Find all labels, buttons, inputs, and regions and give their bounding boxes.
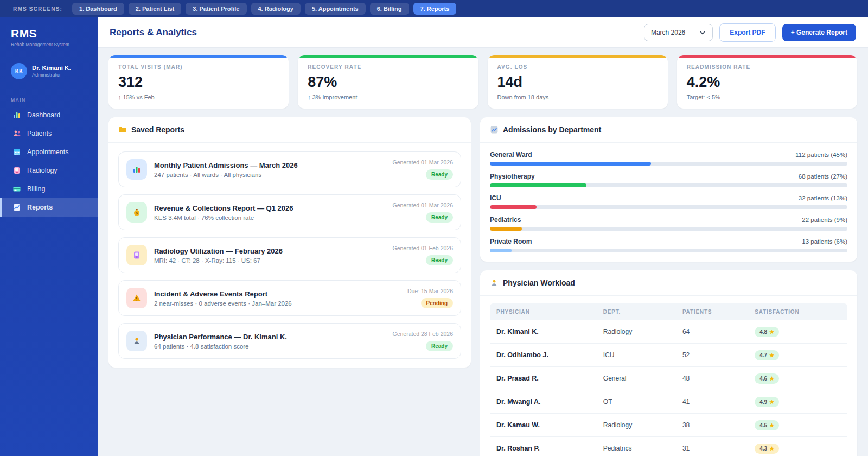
report-title: Monthly Patient Admissions — March 2026 [154,161,386,169]
dept-bar-track [490,227,847,231]
workload-header: Physician Workload [480,270,857,296]
physician-patients: 64 [682,328,755,335]
screen-tab-billing[interactable]: 6. Billing [370,3,409,15]
stat-subtext: ↑ 15% vs Feb [118,94,279,100]
page-header: Reports & Analytics March 2026 Export PD… [98,17,868,48]
dept-value: 13 patients (6%) [802,238,847,245]
satisfaction-badge: 4.9★ [755,397,779,407]
sidebar-item-radiology[interactable]: Radiology [0,161,98,180]
sidebar-item-label: Appointments [27,148,68,156]
avatar: KK [11,63,27,79]
trend-chart-icon [490,125,499,134]
admissions-panel: Admissions by Department General Ward 11… [480,117,857,262]
table-row[interactable]: Dr. Odhiambo J. ICU 52 4.7★ [490,344,847,367]
report-item-revenue[interactable]: $ Revenue & Collections Report — Q1 2026… [118,194,461,230]
stat-accent-bar [108,55,289,58]
page-title: Reports & Analytics [110,27,197,38]
star-icon: ★ [769,400,774,405]
physician-dept: Radiology [603,421,682,429]
brand-logo: RMS [11,27,87,40]
table-row[interactable]: Dr. Kamau W. Radiology 38 4.5★ [490,414,847,437]
physician-dept: Radiology [603,328,682,335]
report-subtitle: 2 near-misses · 0 adverse events · Jan–M… [154,300,400,307]
report-title: Revenue & Collections Report — Q1 2026 [154,204,386,212]
dept-bar-track [490,249,847,252]
reports-icon [12,203,21,212]
sidebar-item-label: Radiology [27,167,58,174]
export-pdf-button[interactable]: Export PDF [719,23,775,42]
physician-patients: 52 [682,351,755,359]
satisfaction-badge: 4.6★ [755,373,779,384]
satisfaction-badge: 4.5★ [755,420,779,430]
report-title: Radiology Utilization — February 2026 [154,247,385,255]
star-icon: ★ [769,330,774,335]
table-row[interactable]: Dr. Roshan P. Pediatrics 31 4.3★ [490,437,847,456]
screens-nav: RMS SCREENS: 1. Dashboard 2. Patient Lis… [0,0,868,17]
table-row[interactable]: Dr. Kimani K. Radiology 64 4.8★ [490,320,847,344]
period-select[interactable]: March 2026 [644,24,713,41]
status-badge: Ready [426,169,453,180]
user-name: Dr. Kimani K. [32,65,71,71]
report-item-admissions[interactable]: Monthly Patient Admissions — March 2026 … [118,151,461,187]
credit-card-icon [12,185,21,193]
report-item-physician-performance[interactable]: Physician Performance — Dr. Kimani K. 64… [118,323,461,359]
stat-subtext: ↑ 3% improvement [308,94,468,100]
stat-label: RECOVERY RATE [308,64,468,70]
physician-workload-panel: Physician Workload PHYSICIAN DEPT. PATIE… [480,270,857,456]
satisfaction-badge: 4.7★ [755,350,779,360]
stat-accent-bar [488,55,668,58]
kpi-row: TOTAL VISITS (MAR) 312 ↑ 15% vs Feb RECO… [108,55,857,109]
table-row[interactable]: Dr. Mwangi A. OT 41 4.9★ [490,390,847,414]
dept-bar-fill [490,205,537,209]
bar-chart-icon [126,159,147,180]
dept-bar-track [490,205,847,209]
report-item-incidents[interactable]: Incident & Adverse Events Report 2 near-… [118,280,461,316]
patients-icon [12,129,21,138]
dept-row-physiotherapy: Physiotherapy 68 patients (27%) [490,173,847,187]
star-icon: ★ [769,423,774,428]
screen-tab-reports[interactable]: 7. Reports [413,3,457,15]
user-profile[interactable]: KK Dr. Kimani K. Administrator [0,55,98,88]
doctor-icon [490,278,499,287]
sidebar-item-dashboard[interactable]: Dashboard [0,106,98,124]
status-badge: Ready [426,341,453,351]
brand-subtitle: Rehab Management System [11,42,87,47]
report-meta: Generated 01 Mar 2026 [393,202,454,208]
status-badge: Ready [426,255,453,265]
stat-card-total-visits: TOTAL VISITS (MAR) 312 ↑ 15% vs Feb [108,55,289,109]
physician-name: Dr. Kamau W. [496,421,603,429]
panel-title: Saved Reports [131,125,184,134]
screen-tab-radiology[interactable]: 4. Radiology [251,3,301,15]
table-row[interactable]: Dr. Prasad R. General 48 4.6★ [490,367,847,390]
period-select-value: March 2026 [651,29,685,36]
report-subtitle: KES 3.4M total · 76% collection rate [154,214,386,221]
screen-tab-appointments[interactable]: 5. Appointments [305,3,366,15]
satisfaction-badge: 4.3★ [755,444,779,454]
physician-dept: OT [603,398,682,406]
dept-name: Pediatrics [490,216,521,224]
screen-tab-dashboard[interactable]: 1. Dashboard [72,3,124,15]
screen-tab-patient-profile[interactable]: 3. Patient Profile [186,3,246,15]
workload-table: PHYSICIAN DEPT. PATIENTS SATISFACTION Dr… [490,303,847,456]
stat-subtext: Down from 18 days [497,94,658,100]
money-bag-icon: $ [126,202,147,223]
dept-bar-fill [490,227,522,231]
report-item-radiology[interactable]: Radiology Utilization — February 2026 MR… [118,237,461,273]
dept-value: 22 patients (9%) [802,217,847,223]
report-meta: Due: 15 Mar 2026 [407,288,453,294]
sidebar-item-appointments[interactable]: Appointments [0,143,98,161]
report-meta: Generated 28 Feb 2026 [392,331,453,337]
sidebar-item-billing[interactable]: Billing [0,180,98,198]
star-icon: ★ [769,376,774,382]
dept-name: Physiotherapy [490,173,535,180]
generate-report-button[interactable]: + Generate Report [782,24,856,41]
physician-name: Dr. Roshan P. [496,445,603,452]
report-title: Incident & Adverse Events Report [154,290,400,298]
stat-value: 14d [497,74,658,91]
dept-bar-fill [490,162,651,166]
report-meta: Generated 01 Feb 2026 [392,245,453,251]
sidebar-item-patients[interactable]: Patients [0,124,98,143]
screen-tab-patient-list[interactable]: 2. Patient List [129,3,182,15]
sidebar-item-reports[interactable]: Reports [0,198,98,217]
stat-card-avg-los: AVG. LOS 14d Down from 18 days [488,55,668,109]
